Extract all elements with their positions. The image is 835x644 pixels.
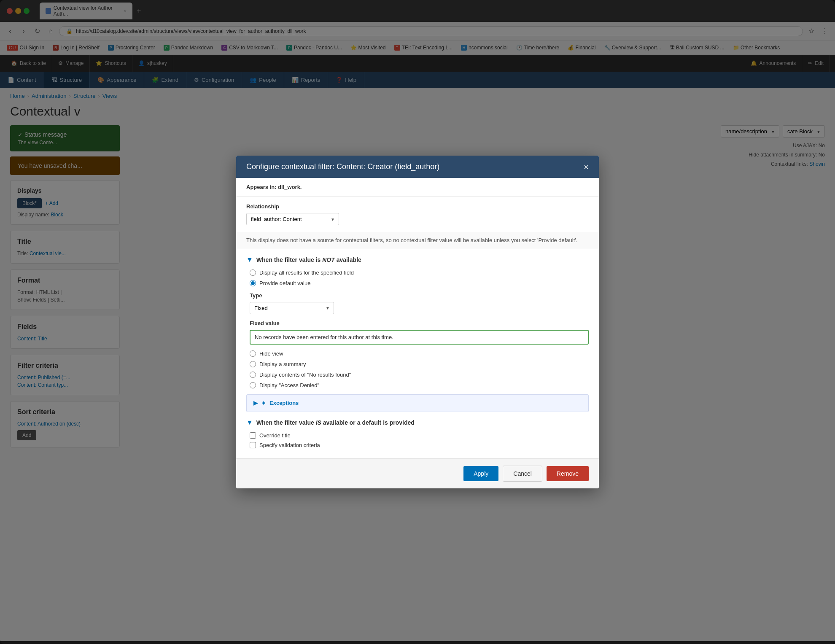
remove-button[interactable]: Remove	[547, 466, 589, 481]
specify-validation-option[interactable]: Specify validation criteria	[250, 442, 589, 448]
collapse-icon: ▼	[246, 256, 253, 264]
type-row: Type Fixed	[246, 292, 589, 314]
type-label: Type	[250, 292, 589, 299]
apply-button[interactable]: Apply	[463, 466, 498, 481]
exceptions-header[interactable]: ▶ ✦ Exceptions	[247, 395, 588, 412]
modal-title: Configure contextual filter: Content: Cr…	[246, 162, 439, 171]
display-no-results-radio[interactable]	[250, 372, 256, 378]
provide-default-label: Provide default value	[259, 280, 310, 286]
available-header[interactable]: ▼ When the filter value IS available or …	[246, 419, 589, 426]
relationship-select[interactable]: field_author: Content	[246, 213, 339, 225]
hide-view-option[interactable]: Hide view	[250, 350, 589, 357]
override-title-option[interactable]: Override title	[250, 432, 589, 439]
display-summary-option[interactable]: Display a summary	[250, 361, 589, 367]
modal-footer: Apply Cancel Remove	[236, 458, 599, 488]
configure-filter-modal: Configure contextual filter: Content: Cr…	[236, 156, 599, 488]
override-title-checkbox[interactable]	[250, 432, 256, 439]
display-all-option[interactable]: Display all results for the specified fi…	[250, 269, 589, 276]
fixed-value-label: Fixed value	[250, 320, 589, 326]
display-no-results-label: Display contents of "No results found"	[259, 372, 351, 378]
type-select-wrapper: Fixed	[250, 302, 334, 314]
specify-validation-checkbox[interactable]	[250, 442, 256, 448]
cancel-button[interactable]: Cancel	[503, 466, 542, 482]
display-access-denied-option[interactable]: Display "Access Denied"	[250, 382, 589, 388]
available-checkboxes: Override title Specify validation criter…	[246, 432, 589, 448]
display-no-results-option[interactable]: Display contents of "No results found"	[250, 372, 589, 378]
not-available-radio-group: Display all results for the specified fi…	[246, 269, 589, 286]
display-all-radio[interactable]	[250, 269, 256, 276]
fixed-value-input[interactable]	[250, 330, 589, 345]
more-options-group: Hide view Display a summary Display cont…	[246, 350, 589, 388]
appears-in: Appears in: dll_work.	[236, 178, 599, 197]
appears-in-text: Appears in: dll_work.	[246, 184, 302, 190]
display-summary-label: Display a summary	[259, 361, 306, 367]
specify-validation-label: Specify validation criteria	[259, 442, 320, 448]
provide-default-radio[interactable]	[250, 280, 256, 286]
hide-view-radio[interactable]	[250, 350, 256, 357]
display-access-denied-radio[interactable]	[250, 382, 256, 388]
relationship-select-wrapper: field_author: Content	[246, 213, 339, 225]
not-available-header[interactable]: ▼ When the filter value is NOT available	[246, 256, 589, 264]
exceptions-expand-icon: ▶	[253, 400, 258, 406]
info-text: This display does not have a source for …	[236, 232, 599, 249]
display-access-denied-label: Display "Access Denied"	[259, 382, 319, 388]
display-all-label: Display all results for the specified fi…	[259, 269, 354, 276]
display-summary-radio[interactable]	[250, 361, 256, 367]
modal-body: Appears in: dll_work. Relationship field…	[236, 178, 599, 458]
override-title-label: Override title	[259, 432, 291, 439]
modal-close-button[interactable]: ×	[584, 163, 589, 171]
exceptions-section: ▶ ✦ Exceptions	[246, 394, 589, 412]
available-section: ▼ When the filter value IS available or …	[236, 419, 599, 458]
relationship-section: Relationship field_author: Content	[236, 197, 599, 232]
not-available-section: ▼ When the filter value is NOT available…	[236, 249, 599, 388]
type-select[interactable]: Fixed	[250, 302, 334, 314]
provide-default-option[interactable]: Provide default value	[250, 280, 589, 286]
browser-window: Contextual view for Author Auth... × + ‹…	[0, 0, 835, 644]
exceptions-title: Exceptions	[269, 400, 299, 406]
modal-header: Configure contextual filter: Content: Cr…	[236, 156, 599, 178]
exceptions-icon: ✦	[261, 400, 266, 407]
fixed-value-row: Fixed value	[246, 320, 589, 345]
available-collapse-icon: ▼	[246, 419, 253, 426]
relationship-label: Relationship	[246, 203, 589, 210]
hide-view-label: Hide view	[259, 350, 283, 357]
modal-overlay: Configure contextual filter: Content: Cr…	[0, 0, 835, 644]
